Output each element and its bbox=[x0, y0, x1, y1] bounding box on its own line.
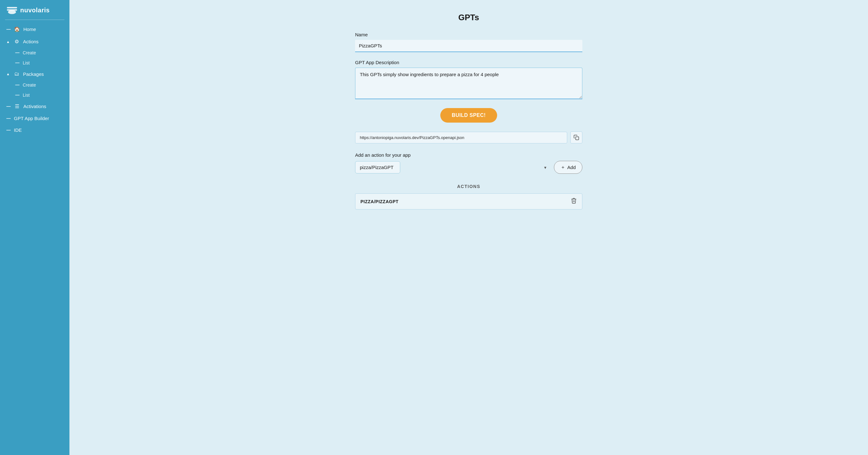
description-field-group: GPT App Description This GPTs simply sho… bbox=[355, 60, 582, 101]
sidebar-actions-label: Actions bbox=[23, 39, 38, 44]
activations-icon: ☰ bbox=[14, 103, 20, 109]
dash-icon bbox=[15, 85, 20, 85]
main-content: GPTs Name GPT App Description This GPTs … bbox=[69, 0, 868, 455]
copy-icon bbox=[574, 135, 579, 140]
chevron-up-icon: ▲ bbox=[6, 40, 10, 44]
add-action-label: Add an action for your app bbox=[355, 152, 582, 158]
page-title: GPTs bbox=[355, 12, 582, 23]
actions-section-title: ACTIONS bbox=[355, 184, 582, 189]
sidebar-item-packages-create[interactable]: Create bbox=[0, 80, 69, 90]
svg-point-2 bbox=[8, 10, 16, 14]
sidebar-home-label: Home bbox=[23, 27, 36, 32]
svg-rect-0 bbox=[7, 7, 17, 8]
sidebar-ide-label: IDE bbox=[14, 127, 22, 133]
build-spec-button[interactable]: BUILD SPEC! bbox=[440, 108, 497, 122]
nuvolaris-logo-icon bbox=[6, 6, 18, 15]
name-label: Name bbox=[355, 32, 582, 37]
trash-icon bbox=[571, 198, 577, 204]
sidebar-actions-list-label: List bbox=[23, 60, 30, 65]
sidebar-gpt-label: GPT App Builder bbox=[14, 116, 49, 121]
copy-url-button[interactable] bbox=[570, 132, 582, 143]
dash-icon bbox=[15, 53, 20, 53]
logo: nuvolaris bbox=[0, 0, 69, 20]
sidebar-packages-list-label: List bbox=[23, 92, 30, 97]
action-select-wrapper: pizza/PizzaGPT pizza/PizzaGPTs bbox=[355, 161, 550, 173]
dash-icon bbox=[15, 62, 20, 63]
sidebar-item-packages-list[interactable]: List bbox=[0, 90, 69, 100]
action-dropdown[interactable]: pizza/PizzaGPT pizza/PizzaGPTs bbox=[355, 161, 400, 173]
actions-icon: ⚙ bbox=[13, 38, 20, 45]
svg-rect-3 bbox=[576, 137, 579, 140]
sidebar-item-actions-create[interactable]: Create bbox=[0, 48, 69, 58]
sidebar-divider bbox=[5, 20, 64, 20]
sidebar-item-gpt-app-builder[interactable]: GPT App Builder bbox=[0, 113, 69, 124]
chevron-up-icon: ▲ bbox=[6, 72, 10, 76]
sidebar-item-actions[interactable]: ▲ ⚙ Actions bbox=[0, 35, 69, 48]
sidebar-actions-create-label: Create bbox=[23, 50, 36, 55]
action-row-name: PIZZA/PIZZAGPT bbox=[361, 199, 399, 204]
packages-icon: 🗂 bbox=[13, 71, 20, 77]
openapi-url: https://antoniopiga.nuvolaris.dev/PizzaG… bbox=[355, 132, 567, 143]
dash-icon bbox=[6, 118, 11, 119]
add-action-label: Add bbox=[567, 165, 576, 170]
description-label: GPT App Description bbox=[355, 60, 582, 65]
sidebar-item-activations[interactable]: ☰ Activations bbox=[0, 100, 69, 113]
sidebar-item-ide[interactable]: IDE bbox=[0, 124, 69, 136]
dash-icon bbox=[6, 106, 11, 107]
name-field-group: Name bbox=[355, 32, 582, 52]
table-row: PIZZA/PIZZAGPT bbox=[355, 193, 582, 209]
sidebar-packages-create-label: Create bbox=[23, 83, 36, 87]
logo-text: nuvolaris bbox=[20, 7, 50, 14]
sidebar: nuvolaris 🏠 Home ▲ ⚙ Actions Create List… bbox=[0, 0, 69, 455]
add-action-row: pizza/PizzaGPT pizza/PizzaGPTs ＋ Add bbox=[355, 161, 582, 174]
url-row: https://antoniopiga.nuvolaris.dev/PizzaG… bbox=[355, 132, 582, 143]
delete-action-button[interactable] bbox=[571, 198, 577, 205]
home-icon: 🏠 bbox=[14, 26, 20, 32]
plus-icon: ＋ bbox=[561, 164, 565, 170]
sidebar-item-actions-list[interactable]: List bbox=[0, 58, 69, 68]
sidebar-packages-label: Packages bbox=[23, 72, 44, 77]
sidebar-item-home[interactable]: 🏠 Home bbox=[0, 23, 69, 35]
sidebar-activations-label: Activations bbox=[23, 104, 46, 109]
description-textarea[interactable]: This GPTs simply show ingredients to pre… bbox=[355, 67, 582, 99]
dash-icon bbox=[6, 29, 11, 30]
name-input[interactable] bbox=[355, 40, 582, 52]
sidebar-item-packages[interactable]: ▲ 🗂 Packages bbox=[0, 68, 69, 80]
dash-icon bbox=[6, 130, 11, 131]
add-action-button[interactable]: ＋ Add bbox=[554, 161, 582, 174]
form-section: GPTs Name GPT App Description This GPTs … bbox=[355, 12, 582, 209]
dash-icon bbox=[15, 95, 20, 95]
